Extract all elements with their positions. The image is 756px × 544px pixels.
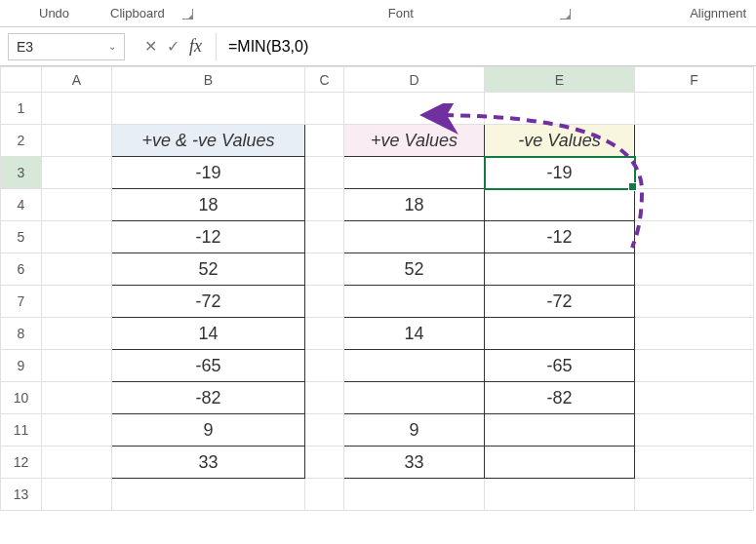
cell[interactable] [635, 157, 754, 189]
cell[interactable] [344, 221, 485, 253]
cell[interactable] [42, 125, 112, 157]
table-header-b[interactable]: +ve & -ve Values [112, 125, 305, 157]
cell[interactable] [635, 414, 754, 447]
cell[interactable] [42, 93, 112, 125]
table-header-e[interactable]: -ve Values [485, 125, 635, 157]
cell[interactable] [305, 479, 344, 511]
cell[interactable] [344, 350, 485, 382]
col-header[interactable]: C [305, 67, 344, 93]
cell[interactable] [635, 447, 754, 479]
cell[interactable] [305, 382, 344, 414]
row-header[interactable]: 7 [1, 286, 42, 318]
cell[interactable] [42, 479, 112, 511]
cell[interactable] [485, 479, 635, 511]
spreadsheet-grid[interactable]: A B C D E F 1 2 +ve & -ve Values +ve Val… [0, 66, 756, 511]
cell[interactable] [42, 447, 112, 479]
clipboard-launcher-icon[interactable] [182, 9, 193, 19]
cell[interactable] [635, 286, 754, 318]
cell[interactable] [485, 414, 635, 447]
row-header[interactable]: 11 [1, 414, 42, 447]
cell[interactable] [635, 93, 754, 125]
cell[interactable] [42, 253, 112, 286]
cell[interactable] [42, 189, 112, 221]
cell[interactable] [635, 318, 754, 350]
cell[interactable] [305, 125, 344, 157]
cell[interactable] [344, 479, 485, 511]
row-header[interactable]: 1 [1, 93, 42, 125]
selected-cell[interactable]: -19 [485, 157, 635, 189]
cell[interactable] [42, 350, 112, 382]
col-header[interactable]: B [112, 67, 305, 93]
cell[interactable] [635, 125, 754, 157]
cell[interactable] [344, 157, 485, 189]
cell[interactable]: 14 [344, 318, 485, 350]
row-header[interactable]: 9 [1, 350, 42, 382]
cell[interactable] [42, 414, 112, 447]
cell[interactable]: -19 [112, 157, 305, 189]
name-box[interactable]: E3 ⌄ [8, 33, 125, 60]
select-all-corner[interactable] [1, 67, 42, 93]
cell[interactable]: -72 [485, 286, 635, 318]
cell[interactable]: 9 [344, 414, 485, 447]
cell[interactable] [485, 189, 635, 221]
cancel-icon[interactable]: ✕ [144, 37, 157, 56]
cell[interactable] [112, 479, 305, 511]
cell[interactable] [344, 286, 485, 318]
cell[interactable] [112, 93, 305, 125]
cell[interactable] [305, 189, 344, 221]
row-header[interactable]: 3 [1, 157, 42, 189]
cell[interactable] [305, 93, 344, 125]
formula-input[interactable] [216, 33, 756, 60]
cell[interactable]: 14 [112, 318, 305, 350]
row-header[interactable]: 12 [1, 447, 42, 479]
cell[interactable]: 9 [112, 414, 305, 447]
chevron-down-icon[interactable]: ⌄ [108, 41, 116, 52]
col-header[interactable]: D [344, 67, 485, 93]
cell[interactable] [42, 221, 112, 253]
table-header-d[interactable]: +ve Values [344, 125, 485, 157]
cell[interactable] [305, 318, 344, 350]
cell[interactable]: -65 [485, 350, 635, 382]
row-header[interactable]: 6 [1, 253, 42, 286]
cell[interactable] [305, 350, 344, 382]
cell[interactable] [42, 318, 112, 350]
row-header[interactable]: 5 [1, 221, 42, 253]
cell[interactable] [635, 350, 754, 382]
cell[interactable] [485, 447, 635, 479]
cell[interactable] [42, 157, 112, 189]
col-header[interactable]: A [42, 67, 112, 93]
cell[interactable] [635, 479, 754, 511]
cell[interactable] [485, 93, 635, 125]
font-launcher-icon[interactable] [560, 9, 571, 19]
cell[interactable] [635, 382, 754, 414]
cell[interactable]: 18 [112, 189, 305, 221]
cell[interactable] [344, 382, 485, 414]
cell[interactable] [485, 318, 635, 350]
cell[interactable] [42, 286, 112, 318]
col-header[interactable]: E [485, 67, 635, 93]
cell[interactable]: 33 [112, 447, 305, 479]
row-header[interactable]: 10 [1, 382, 42, 414]
cell[interactable] [635, 221, 754, 253]
row-header[interactable]: 2 [1, 125, 42, 157]
cell[interactable] [42, 382, 112, 414]
cell[interactable]: 18 [344, 189, 485, 221]
enter-icon[interactable]: ✓ [167, 37, 179, 56]
cell[interactable] [305, 221, 344, 253]
fx-icon[interactable]: fx [189, 36, 202, 57]
row-header[interactable]: 8 [1, 318, 42, 350]
cell[interactable]: -82 [485, 382, 635, 414]
cell[interactable] [305, 414, 344, 447]
row-header[interactable]: 13 [1, 479, 42, 511]
cell[interactable] [305, 286, 344, 318]
cell[interactable]: 52 [112, 253, 305, 286]
cell[interactable]: -12 [112, 221, 305, 253]
cell[interactable] [635, 253, 754, 286]
cell[interactable] [305, 157, 344, 189]
cell[interactable]: -12 [485, 221, 635, 253]
col-header[interactable]: F [635, 67, 754, 93]
cell[interactable]: -72 [112, 286, 305, 318]
cell[interactable] [635, 189, 754, 221]
cell[interactable]: -82 [112, 382, 305, 414]
cell[interactable] [305, 253, 344, 286]
